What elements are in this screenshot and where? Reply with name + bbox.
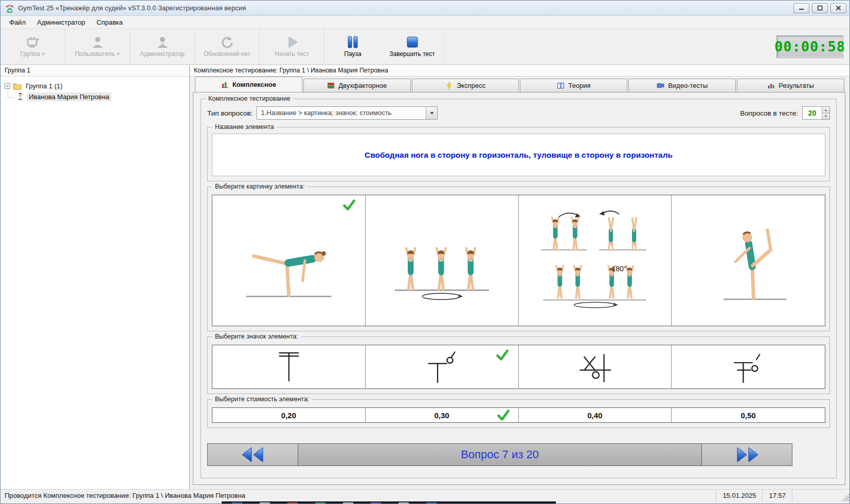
question-count-spinner[interactable]: 20 ▲ ▼ (802, 106, 830, 120)
question-type-label: Тип вопросов: (207, 109, 252, 117)
value-option-1[interactable]: 0,20 (212, 408, 366, 422)
gymnast-vertical-hold-image (681, 199, 816, 322)
picture-options: 180° (212, 195, 825, 326)
folder-icon (13, 82, 22, 90)
tab-video-tests[interactable]: Видео-тесты (628, 79, 736, 92)
element-symbol-2 (421, 346, 462, 387)
picture-choice-groupbox: Выберите картинку элемента: (207, 186, 830, 331)
tree-node-user[interactable]: Иванова Мария Петровна (4, 91, 186, 102)
value-option-2[interactable]: 0,30 (366, 408, 519, 422)
correct-check-icon (497, 409, 510, 421)
value-option-4[interactable]: 0,50 (672, 408, 825, 422)
close-button[interactable] (830, 3, 846, 13)
lightning-icon (445, 82, 453, 89)
complex-test-icon (221, 81, 229, 88)
gymnast-turn-sequence-image (375, 199, 509, 322)
stop-icon (406, 35, 419, 49)
minimize-button[interactable] (793, 3, 809, 13)
tab-dvuhfaktornoe[interactable]: Двухфакторное (303, 79, 411, 92)
element-name-text: Свободная нога в сторону в горизонталь, … (349, 151, 688, 160)
menubar: Файл Администратор Справка (1, 16, 849, 29)
correct-check-icon (496, 349, 509, 361)
resize-grip[interactable] (841, 490, 849, 501)
test-session-header: Комплексное тестирование: Группа 1 \ Ива… (190, 65, 849, 77)
refresh-icon (220, 35, 234, 49)
group-tree-panel: Группа 1 Группа 1 (1) (1, 65, 190, 489)
element-name-panel: Свободная нога в сторону в горизонталь, … (212, 134, 825, 176)
status-date: 15.01.2025 (716, 490, 762, 501)
value-choice-groupbox: Выберите стоимость элемента: 0,20 0,30 (207, 399, 830, 428)
tree-node-group[interactable]: Группа 1 (1) (4, 81, 186, 91)
maximize-icon (817, 5, 823, 11)
app-window: GymTest 25 «Тренажёр для судей» vST.3.0.… (0, 0, 850, 504)
video-icon (657, 82, 664, 89)
value-option-3[interactable]: 0,40 (519, 408, 672, 422)
user-icon (16, 93, 25, 101)
symbol-option-4[interactable] (672, 345, 825, 388)
results-chart-icon (767, 82, 775, 89)
administrator-button[interactable]: Администратор (130, 29, 195, 64)
maximize-button[interactable] (812, 3, 828, 13)
user-add-icon (91, 35, 104, 49)
tab-teoria[interactable]: Теория (520, 79, 627, 92)
picture-option-4[interactable] (672, 195, 825, 326)
group-add-button[interactable]: Группа + (1, 29, 65, 64)
symbol-option-1[interactable] (212, 345, 366, 388)
titlebar: GymTest 25 «Тренажёр для судей» vST.3.0.… (1, 1, 849, 16)
spinner-up-button[interactable]: ▲ (822, 107, 829, 113)
status-time: 17:57 (762, 490, 792, 501)
gymnast-180-rotation-image (528, 199, 662, 322)
double-arrow-right-icon (733, 446, 761, 463)
play-icon (285, 35, 299, 49)
app-icon (5, 3, 15, 13)
tab-kompleksnoe[interactable]: Комплексное (195, 77, 302, 92)
body: Группа 1 Группа 1 (1) (1, 65, 849, 489)
next-question-button[interactable] (701, 444, 792, 465)
element-symbol-1 (268, 346, 309, 387)
value-options: 0,20 0,30 0,40 (212, 407, 825, 423)
menu-administrator[interactable]: Администратор (31, 17, 91, 28)
user-add-button[interactable]: Пользователь + (65, 29, 130, 64)
symbol-choice-groupbox: Выберите значок элемента: (207, 337, 830, 394)
question-type-combobox[interactable]: 1.Название > картинка; значок; стоимость (257, 106, 438, 120)
background-taskbar-sliver (222, 501, 556, 503)
pause-test-button[interactable]: Пауза (324, 29, 381, 64)
symbol-options (212, 345, 825, 389)
main-panel: Комплексное тестирование: Группа 1 \ Ива… (190, 65, 849, 489)
tab-express[interactable]: Экспресс (412, 79, 519, 92)
element-name-groupbox: Название элемента Свободная нога в сторо… (207, 127, 830, 181)
group-tree: Группа 1 (1) Иванова Мария Петровна (1, 77, 189, 489)
symbol-option-2[interactable] (366, 345, 519, 388)
tab-bar: Комплексное Двухфакторное Экспресс (190, 77, 849, 92)
tab-content: Комплексное тестирование Тип вопросов: 1… (193, 92, 845, 485)
tab-results[interactable]: Результаты (737, 79, 844, 92)
test-timer: 00:00:58 (776, 35, 843, 58)
updates-button[interactable]: Обновлений нет (195, 29, 260, 64)
complex-testing-groupbox: Комплексное тестирование Тип вопросов: 1… (201, 99, 837, 478)
picture-option-1[interactable] (212, 195, 366, 326)
element-symbol-4 (728, 346, 769, 387)
picture-option-3[interactable]: 180° (519, 195, 672, 326)
close-icon (836, 5, 841, 11)
chevron-down-icon (430, 112, 434, 115)
question-navigation: Вопрос 7 из 20 (207, 443, 792, 466)
menu-file[interactable]: Файл (4, 17, 31, 28)
picture-option-2[interactable] (366, 195, 519, 326)
statusbar: Проводится Комплексное тестирование: Гру… (1, 489, 849, 501)
element-symbol-3 (574, 346, 616, 387)
prev-question-button[interactable] (208, 444, 298, 465)
menu-help[interactable]: Справка (91, 17, 129, 28)
combo-dropdown-button[interactable] (426, 107, 437, 119)
question-counter: Вопрос 7 из 20 (298, 444, 701, 465)
tree-panel-header: Группа 1 (1, 65, 189, 77)
finish-test-button[interactable]: Завершить тест (381, 29, 444, 64)
minimize-icon (799, 5, 804, 11)
tree-expander-icon[interactable] (5, 83, 10, 89)
spinner-down-button[interactable]: ▼ (822, 113, 829, 120)
pause-icon (346, 35, 359, 49)
gymnast-side-scale-image (222, 199, 356, 322)
administrator-icon (156, 35, 169, 49)
status-text: Проводится Комплексное тестирование: Гру… (1, 492, 716, 499)
symbol-option-3[interactable] (519, 345, 672, 388)
start-test-button[interactable]: Начать тест (260, 29, 324, 64)
